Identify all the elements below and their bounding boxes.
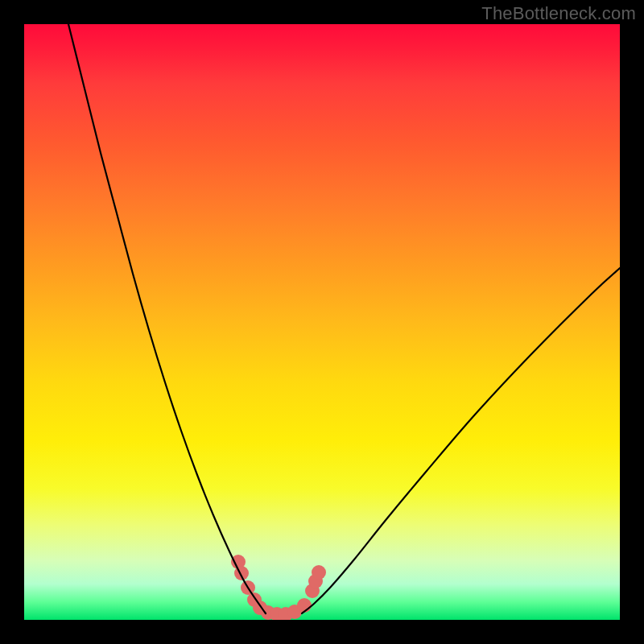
curve-overlay bbox=[24, 24, 620, 620]
left-bottleneck-curve bbox=[68, 24, 266, 613]
plot-area bbox=[24, 24, 620, 620]
data-point-dot-group bbox=[231, 555, 326, 620]
chart-frame: TheBottleneck.com bbox=[0, 0, 644, 644]
watermark-label: TheBottleneck.com bbox=[481, 3, 636, 24]
right-bottleneck-curve bbox=[302, 268, 620, 613]
data-dot bbox=[234, 566, 249, 580]
data-dot bbox=[312, 565, 326, 580]
data-dot bbox=[297, 598, 312, 613]
